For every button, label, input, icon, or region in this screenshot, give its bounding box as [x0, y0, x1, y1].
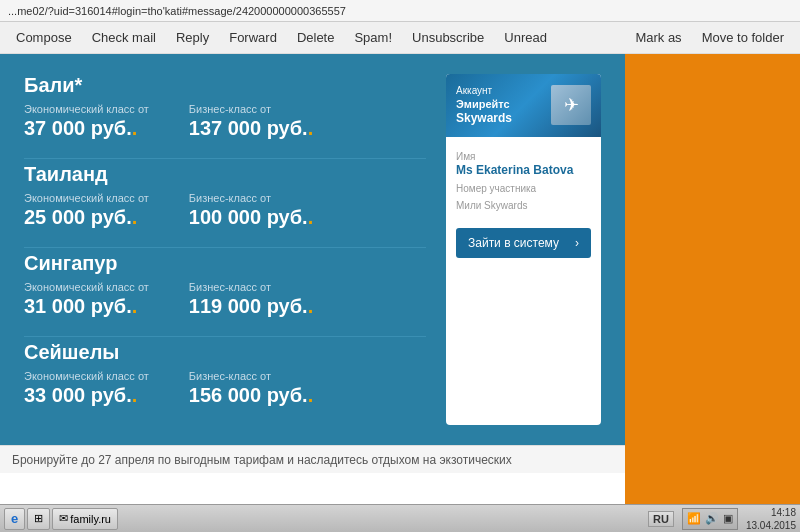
- dot: .: [308, 206, 314, 228]
- taskbar-windows[interactable]: ⊞: [27, 508, 50, 530]
- miles-field-label: Мили Skywards: [456, 200, 591, 211]
- dot: .: [132, 384, 138, 406]
- name-field-label: Имя: [456, 151, 591, 162]
- url-text: ...me02/?uid=316014#login=tho'kati#messa…: [8, 5, 346, 17]
- arrow-right-icon: ›: [575, 236, 579, 250]
- skywards-logo: Аккаунт Эмирейтс Skywards: [456, 84, 512, 127]
- dot: .: [132, 206, 138, 228]
- price-row-thailand: Экономический класс от 25 000 руб.. Бизн…: [24, 192, 426, 229]
- clock-time: 14:18: [746, 506, 796, 519]
- checkmail-button[interactable]: Check mail: [84, 27, 164, 48]
- right-sidebar: [625, 54, 800, 504]
- economy-label-seychelles: Экономический класс от: [24, 370, 149, 382]
- business-label-singapore: Бизнес-класс от: [189, 281, 313, 293]
- destination-name-seychelles: Сейшелы: [24, 341, 426, 364]
- language-indicator: RU: [648, 511, 674, 527]
- spam-button[interactable]: Spam!: [346, 27, 400, 48]
- system-clock: 14:18 13.04.2015: [746, 506, 796, 532]
- destination-name-thailand: Таиланд: [24, 163, 426, 186]
- compose-button[interactable]: Compose: [8, 27, 80, 48]
- skywards-account-label: Аккаунт: [456, 84, 512, 97]
- skywards-header: Аккаунт Эмирейтс Skywards ✈: [446, 74, 601, 137]
- business-seychelles: Бизнес-класс от 156 000 руб..: [189, 370, 313, 407]
- forward-button[interactable]: Forward: [221, 27, 285, 48]
- email-content: Бали* Экономический класс от 37 000 руб.…: [0, 54, 625, 504]
- markas-button[interactable]: Mark as: [627, 27, 689, 48]
- destination-name-bali: Бали*: [24, 74, 426, 97]
- taskbar-mail[interactable]: ✉ family.ru: [52, 508, 118, 530]
- name-field-value: Ms Ekaterina Batova: [456, 163, 591, 177]
- business-thailand: Бизнес-класс от 100 000 руб..: [189, 192, 313, 229]
- economy-bali: Экономический класс от 37 000 руб..: [24, 103, 149, 140]
- destination-singapore: Сингапур Экономический класс от 31 000 р…: [24, 252, 426, 318]
- business-price-singapore: 119 000 руб..: [189, 295, 313, 318]
- skywards-emirates-label: Эмирейтс: [456, 97, 512, 111]
- business-label-seychelles: Бизнес-класс от: [189, 370, 313, 382]
- mail-icon: ✉: [59, 512, 68, 525]
- economy-thailand: Экономический класс от 25 000 руб..: [24, 192, 149, 229]
- economy-price-seychelles: 33 000 руб..: [24, 384, 149, 407]
- economy-price-bali: 37 000 руб..: [24, 117, 149, 140]
- dot: .: [308, 117, 314, 139]
- login-button[interactable]: Зайти в систему ›: [456, 228, 591, 258]
- taskbar-left: e ⊞ ✉ family.ru: [4, 508, 118, 530]
- taskbar: e ⊞ ✉ family.ru RU 📶 🔊 ▣ 14:18 13.04.201…: [0, 504, 800, 532]
- destination-seychelles: Сейшелы Экономический класс от 33 000 ру…: [24, 341, 426, 407]
- email-body: Бали* Экономический класс от 37 000 руб.…: [0, 54, 625, 445]
- business-price-seychelles: 156 000 руб..: [189, 384, 313, 407]
- business-singapore: Бизнес-класс от 119 000 руб..: [189, 281, 313, 318]
- system-tray: 📶 🔊 ▣: [682, 508, 738, 530]
- business-label-thailand: Бизнес-класс от: [189, 192, 313, 204]
- economy-label-bali: Экономический класс от: [24, 103, 149, 115]
- economy-price-singapore: 31 000 руб..: [24, 295, 149, 318]
- business-price-bali: 137 000 руб..: [189, 117, 313, 140]
- toolbar-right: Mark as Move to folder: [627, 27, 792, 48]
- unread-button[interactable]: Unread: [496, 27, 555, 48]
- main-area: Бали* Экономический класс от 37 000 руб.…: [0, 54, 800, 504]
- dot: .: [308, 384, 314, 406]
- email-toolbar: Compose Check mail Reply Forward Delete …: [0, 22, 800, 54]
- taskbar-mail-label: family.ru: [70, 513, 111, 525]
- network-icon: 📶: [687, 512, 701, 525]
- member-field-label: Номер участника: [456, 183, 591, 194]
- browser-icon: e: [11, 511, 18, 526]
- reply-button[interactable]: Reply: [168, 27, 217, 48]
- price-row-singapore: Экономический класс от 31 000 руб.. Бизн…: [24, 281, 426, 318]
- business-price-thailand: 100 000 руб..: [189, 206, 313, 229]
- email-footer: Бронируйте до 27 апреля по выгодным тари…: [0, 445, 625, 473]
- windows-icon: ⊞: [34, 512, 43, 525]
- destination-bali: Бали* Экономический класс от 37 000 руб.…: [24, 74, 426, 140]
- clock-date: 13.04.2015: [746, 519, 796, 532]
- economy-price-thailand: 25 000 руб..: [24, 206, 149, 229]
- business-label-bali: Бизнес-класс от: [189, 103, 313, 115]
- separator: [24, 336, 426, 337]
- skywards-logo-image: ✈: [551, 85, 591, 125]
- separator: [24, 158, 426, 159]
- volume-icon: 🔊: [705, 512, 719, 525]
- plane-icon: ✈: [564, 94, 579, 116]
- login-button-label: Зайти в систему: [468, 236, 559, 250]
- dot: .: [132, 295, 138, 317]
- skywards-card: Аккаунт Эмирейтс Skywards ✈ Имя Ms Ekate…: [446, 74, 601, 425]
- taskbar-browser[interactable]: e: [4, 508, 25, 530]
- destination-thailand: Таиланд Экономический класс от 25 000 ру…: [24, 163, 426, 229]
- address-bar: ...me02/?uid=316014#login=tho'kati#messa…: [0, 0, 800, 22]
- economy-label-thailand: Экономический класс от: [24, 192, 149, 204]
- dot: .: [132, 117, 138, 139]
- destinations-list: Бали* Экономический класс от 37 000 руб.…: [24, 74, 426, 425]
- delete-button[interactable]: Delete: [289, 27, 343, 48]
- separator: [24, 247, 426, 248]
- dot: .: [308, 295, 314, 317]
- destination-name-singapore: Сингапур: [24, 252, 426, 275]
- economy-seychelles: Экономический класс от 33 000 руб..: [24, 370, 149, 407]
- unsubscribe-button[interactable]: Unsubscribe: [404, 27, 492, 48]
- economy-singapore: Экономический класс от 31 000 руб..: [24, 281, 149, 318]
- movetofolder-button[interactable]: Move to folder: [694, 27, 792, 48]
- price-row-seychelles: Экономический класс от 33 000 руб.. Бизн…: [24, 370, 426, 407]
- battery-icon: ▣: [723, 512, 733, 525]
- skywards-body: Имя Ms Ekaterina Batova Номер участника …: [446, 137, 601, 220]
- skywards-skywards-label: Skywards: [456, 111, 512, 127]
- business-bali: Бизнес-класс от 137 000 руб..: [189, 103, 313, 140]
- taskbar-right: RU 📶 🔊 ▣ 14:18 13.04.2015: [648, 506, 796, 532]
- footer-text: Бронируйте до 27 апреля по выгодным тари…: [12, 453, 512, 467]
